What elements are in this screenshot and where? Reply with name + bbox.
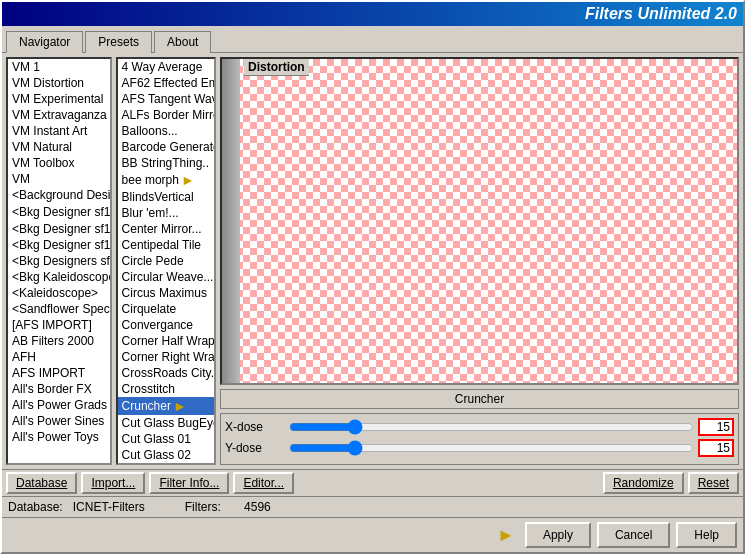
database-btn[interactable]: Database	[6, 472, 77, 494]
apply-arrow-icon: ►	[497, 525, 515, 546]
list-item[interactable]: All's Power Grads	[8, 397, 110, 413]
list-item[interactable]: VM 1	[8, 59, 110, 75]
param-row-xdose: X-dose	[225, 418, 734, 436]
filter-item[interactable]: AFS Tangent Waves...	[118, 91, 214, 107]
list-item[interactable]: <Sandflower Specials^v>	[8, 301, 110, 317]
title-bar: Filters Unlimited 2.0	[2, 2, 743, 26]
filter-item[interactable]: Balloons...	[118, 123, 214, 139]
list-item[interactable]: <Background Designers IV>	[8, 187, 110, 203]
ydose-input[interactable]	[698, 439, 734, 457]
list-item[interactable]: VM Natural	[8, 139, 110, 155]
filter-item[interactable]: Barcode Generator...	[118, 139, 214, 155]
list-item[interactable]: VM Toolbox	[8, 155, 110, 171]
filter-item-cut-glass-02[interactable]: Cut Glass 02	[118, 447, 214, 463]
database-status-label: Database:	[8, 500, 63, 514]
help-label: Help	[694, 528, 719, 542]
left-panel: VM 1 VM Distortion VM Experimental VM Ex…	[6, 57, 216, 465]
apply-btn[interactable]: Apply	[525, 522, 591, 548]
list-item[interactable]: AFS IMPORT	[8, 365, 110, 381]
main-window: Filters Unlimited 2.0 Navigator Presets …	[0, 0, 745, 554]
filter-info-label: Filter Info...	[159, 476, 219, 490]
list-item[interactable]: [AFS IMPORT]	[8, 317, 110, 333]
list-item-bkg-sf10-i[interactable]: <Bkg Designer sf10 I> ►	[8, 203, 110, 221]
filter-item[interactable]: Circle Pede	[118, 253, 214, 269]
editor-label: Editor...	[243, 476, 284, 490]
filter-item[interactable]: Crosstitch	[118, 381, 214, 397]
list-item[interactable]: <Bkg Designer sf10 II>	[8, 221, 110, 237]
filter-item-corner-half[interactable]: Corner Half Wrap	[118, 333, 214, 349]
cancel-btn[interactable]: Cancel	[597, 522, 670, 548]
filter-item-cruncher[interactable]: Cruncher ►	[118, 397, 214, 415]
filter-item[interactable]: Blur 'em!...	[118, 205, 214, 221]
filter-item[interactable]: ALFs Border Mirror Bevel	[118, 107, 214, 123]
filter-item-corner-right[interactable]: Corner Right Wrap	[118, 349, 214, 365]
xdose-label: X-dose	[225, 420, 285, 434]
list-item[interactable]: All's Border FX	[8, 381, 110, 397]
list-item[interactable]: VM Distortion	[8, 75, 110, 91]
lists-area: VM 1 VM Distortion VM Experimental VM Ex…	[6, 57, 216, 465]
preview-overlay	[222, 59, 240, 383]
import-btn[interactable]: Import...	[81, 472, 145, 494]
filter-item[interactable]: Cirquelate	[118, 301, 214, 317]
filter-item[interactable]: AF62 Effected Emboss...	[118, 75, 214, 91]
filters-status-value: 4596	[244, 500, 271, 514]
title-text: Filters Unlimited 2.0	[585, 5, 737, 23]
list-item[interactable]: <Kaleidoscope>	[8, 285, 110, 301]
filter-item-bee-morph[interactable]: bee morph ►	[118, 171, 214, 189]
filter-item-cut-glass-01[interactable]: Cut Glass 01	[118, 431, 214, 447]
filter-item[interactable]: BB StringThing..	[118, 155, 214, 171]
tab-navigator[interactable]: Navigator	[6, 31, 83, 53]
preview-area: Distortion	[220, 57, 739, 385]
randomize-btn[interactable]: Randomize	[603, 472, 684, 494]
filter-name-text: Cruncher	[455, 392, 504, 406]
tab-about[interactable]: About	[154, 31, 211, 53]
filter-item[interactable]: Circus Maximus	[118, 285, 214, 301]
database-status: Database: ICNET-Filters	[8, 500, 145, 514]
list-item[interactable]: VM Instant Art	[8, 123, 110, 139]
editor-btn[interactable]: Editor...	[233, 472, 294, 494]
tab-presets[interactable]: Presets	[85, 31, 152, 53]
database-label: Database	[16, 476, 67, 490]
ydose-slider[interactable]	[289, 440, 694, 456]
reset-btn[interactable]: Reset	[688, 472, 739, 494]
params-area: X-dose Y-dose	[220, 413, 739, 465]
filter-name-bar: Cruncher	[220, 389, 739, 409]
main-content: VM 1 VM Distortion VM Experimental VM Ex…	[2, 53, 743, 469]
filter-list[interactable]: 4 Way Average AF62 Effected Emboss... AF…	[116, 57, 216, 465]
right-panel: Distortion Cruncher X-dose Y-dose	[220, 57, 739, 465]
tab-bar: Navigator Presets About	[2, 26, 743, 53]
list-item[interactable]: AFH	[8, 349, 110, 365]
list-item[interactable]: All's Power Toys	[8, 429, 110, 445]
filter-item[interactable]: CrossRoads City...	[118, 365, 214, 381]
filter-item[interactable]: Center Mirror...	[118, 221, 214, 237]
filter-item[interactable]: Convergance	[118, 317, 214, 333]
action-buttons: ► Apply Cancel Help	[2, 517, 743, 552]
category-list[interactable]: VM 1 VM Distortion VM Experimental VM Ex…	[6, 57, 112, 465]
list-item[interactable]: All's Power Sines	[8, 413, 110, 429]
filter-item[interactable]: Circular Weave...	[118, 269, 214, 285]
distortion-label: Distortion	[244, 59, 309, 76]
help-btn[interactable]: Help	[676, 522, 737, 548]
list-item[interactable]: <Bkg Designers sf10 IV>	[8, 253, 110, 269]
list-item[interactable]: VM Experimental	[8, 91, 110, 107]
ydose-label: Y-dose	[225, 441, 285, 455]
list-item[interactable]: VM	[8, 171, 110, 187]
list-item[interactable]: AB Filters 2000	[8, 333, 110, 349]
filters-status-label: Filters:	[185, 500, 221, 514]
database-status-value: ICNET-Filters	[73, 500, 145, 514]
cancel-label: Cancel	[615, 528, 652, 542]
randomize-label: Randomize	[613, 476, 674, 490]
xdose-input[interactable]	[698, 418, 734, 436]
list-item[interactable]: <Bkg Kaleidoscope>	[8, 269, 110, 285]
bottom-toolbar: Database Import... Filter Info... Editor…	[2, 469, 743, 496]
list-item[interactable]: <Bkg Designer sf10 III>	[8, 237, 110, 253]
filter-item[interactable]: 4 Way Average	[118, 59, 214, 75]
filter-item[interactable]: BlindsVertical	[118, 189, 214, 205]
filter-item[interactable]: Centipedal Tile	[118, 237, 214, 253]
filter-info-btn[interactable]: Filter Info...	[149, 472, 229, 494]
apply-label: Apply	[543, 528, 573, 542]
reset-label: Reset	[698, 476, 729, 490]
xdose-slider[interactable]	[289, 419, 694, 435]
filter-item[interactable]: Cut Glass BugEye	[118, 415, 214, 431]
list-item[interactable]: VM Extravaganza	[8, 107, 110, 123]
